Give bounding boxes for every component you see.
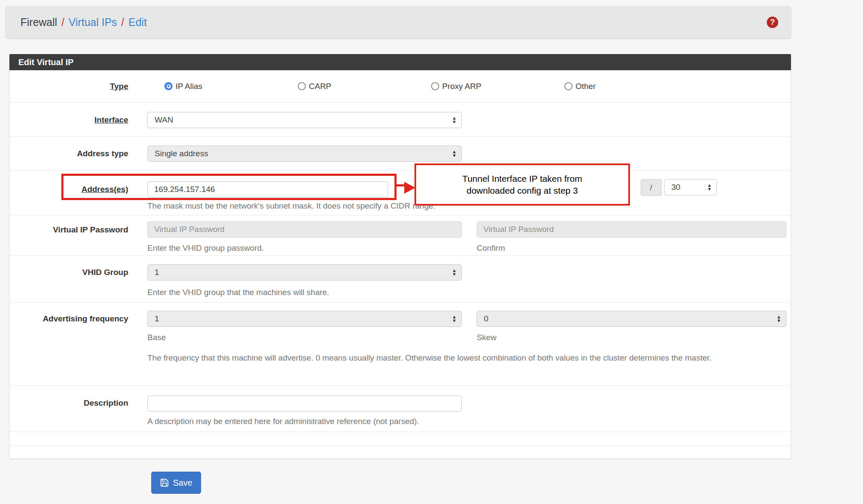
password-input[interactable] bbox=[147, 221, 462, 238]
advertising-skew-help: Skew bbox=[477, 333, 786, 342]
breadcrumb-edit-link[interactable]: Edit bbox=[129, 16, 147, 29]
form-row-addresses: Address(es) / 30 The mask must be the ne… bbox=[10, 170, 791, 215]
select-value: 30 bbox=[671, 183, 680, 192]
breadcrumb-firewall: Firewall bbox=[20, 16, 57, 29]
radio-unselected-icon bbox=[298, 82, 306, 90]
cidr-select[interactable]: 30 bbox=[664, 179, 717, 195]
address-type-select[interactable]: Single address bbox=[147, 146, 462, 162]
breadcrumb-separator: / bbox=[61, 16, 64, 29]
form-row-advertising: Advertising frequency 1 Base 0 bbox=[10, 302, 791, 385]
advertising-help: The frequency that this machine will adv… bbox=[147, 351, 786, 364]
save-icon bbox=[160, 478, 169, 487]
stepper-icon bbox=[777, 315, 781, 323]
select-value: 1 bbox=[155, 314, 159, 324]
radio-label: Proxy ARP bbox=[442, 82, 481, 91]
vhid-label: VHID Group bbox=[10, 256, 128, 302]
type-label: Type bbox=[10, 82, 128, 91]
interface-select[interactable]: WAN bbox=[147, 112, 462, 128]
radio-unselected-icon bbox=[564, 82, 572, 90]
save-button[interactable]: Save bbox=[151, 472, 201, 494]
password-confirm-input[interactable] bbox=[477, 221, 786, 238]
stepper-icon bbox=[452, 269, 457, 276]
radio-ip-alias[interactable]: IP Alias bbox=[164, 82, 298, 91]
vhid-help: Enter the VHID group that the machines w… bbox=[147, 288, 785, 297]
radio-label: Other bbox=[575, 82, 596, 91]
interface-label: Interface bbox=[10, 103, 128, 136]
cidr-separator: / bbox=[641, 179, 662, 196]
form-row-vhid: VHID Group 1 Enter the VHID group that t… bbox=[10, 255, 791, 302]
description-label: Description bbox=[10, 386, 128, 432]
radio-other[interactable]: Other bbox=[564, 82, 698, 91]
edit-virtual-ip-panel: Edit Virtual IP Type IP Alias CARP Pr bbox=[9, 54, 791, 459]
advertising-base-select[interactable]: 1 bbox=[147, 311, 462, 327]
form-row-address-type: Address type Single address bbox=[10, 136, 791, 170]
password-help: Enter the VHID group password. bbox=[147, 243, 462, 253]
panel-title: Edit Virtual IP bbox=[9, 54, 791, 70]
stepper-icon bbox=[452, 150, 457, 158]
empty-row bbox=[10, 446, 791, 458]
addresses-label: Address(es) bbox=[10, 171, 128, 215]
save-button-label: Save bbox=[173, 478, 193, 488]
type-radio-group: IP Alias CARP Proxy ARP Other bbox=[147, 70, 785, 102]
form-row-interface: Interface WAN bbox=[10, 102, 791, 136]
radio-label: IP Alias bbox=[175, 82, 202, 91]
description-input[interactable] bbox=[147, 395, 462, 412]
password-label: Virtual IP Password bbox=[10, 215, 128, 255]
radio-carp[interactable]: CARP bbox=[298, 82, 431, 91]
vhid-select[interactable]: 1 bbox=[147, 264, 462, 281]
form-row-password: Virtual IP Password Enter the VHID group… bbox=[10, 215, 791, 255]
select-value: 1 bbox=[155, 268, 159, 277]
stepper-icon bbox=[452, 315, 457, 323]
address-input[interactable] bbox=[147, 181, 388, 198]
help-icon[interactable]: ? bbox=[767, 17, 778, 28]
form-row-type: Type IP Alias CARP Proxy ARP bbox=[10, 70, 791, 102]
page: Firewall / Virtual IPs / Edit ? Edit Vir… bbox=[0, 0, 863, 504]
radio-label: CARP bbox=[309, 82, 331, 91]
advertising-skew-select[interactable]: 0 bbox=[477, 311, 786, 327]
password-confirm-help: Confirm bbox=[477, 243, 786, 253]
breadcrumb: Firewall / Virtual IPs / Edit ? bbox=[6, 6, 791, 38]
stepper-icon bbox=[452, 116, 457, 124]
empty-row bbox=[10, 432, 791, 446]
form-row-description: Description A description may be entered… bbox=[10, 385, 791, 432]
radio-proxy-arp[interactable]: Proxy ARP bbox=[431, 82, 564, 91]
cidr-group: / 30 bbox=[641, 179, 717, 196]
select-value: WAN bbox=[155, 115, 173, 125]
annotation-text: Tunnel Interface IP taken from downloade… bbox=[448, 173, 597, 197]
select-value: 0 bbox=[484, 314, 489, 324]
stepper-icon bbox=[707, 183, 712, 191]
radio-selected-icon bbox=[164, 82, 173, 90]
advertising-base-help: Base bbox=[147, 333, 462, 342]
breadcrumb-virtual-ips-link[interactable]: Virtual IPs bbox=[69, 16, 117, 29]
description-help: A description may be entered here for ad… bbox=[147, 417, 785, 426]
select-value: Single address bbox=[155, 149, 208, 158]
radio-unselected-icon bbox=[431, 82, 439, 90]
advertising-label: Advertising frequency bbox=[10, 303, 128, 385]
address-type-label: Address type bbox=[10, 137, 128, 170]
breadcrumb-separator: / bbox=[121, 16, 124, 29]
annotation-callout: Tunnel Interface IP taken from downloade… bbox=[414, 163, 630, 206]
